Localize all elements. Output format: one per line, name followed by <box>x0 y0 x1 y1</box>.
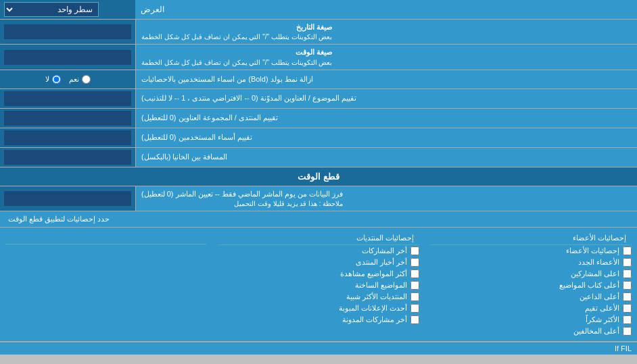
cb-members-stats[interactable] <box>623 246 632 255</box>
time-section-title: قطع الوقت <box>0 167 637 186</box>
topic-sort-label: تقييم الموضوع / العناوين المدوّنة (0 -- … <box>135 89 637 108</box>
topic-sort-row: تقييم الموضوع / العناوين المدوّنة (0 -- … <box>0 89 637 109</box>
forum-sort-label: تقييم المنتدى / المجموعة العناوين (0 للت… <box>135 109 637 128</box>
date-format-row: صيغة التاريخ بعض التكوينات يتطلب "/" الت… <box>0 20 637 45</box>
checkboxes-grid: إحصائيات الأعضاء إحصائيات الأعضاء الأعضا… <box>0 230 637 338</box>
cb-top-posters[interactable] <box>623 292 632 301</box>
bold-radio-yes[interactable] <box>82 75 91 84</box>
forum-sort-row: تقييم المنتدى / المجموعة العناوين (0 للت… <box>0 109 637 128</box>
bold-remove-row: ازالة نمط بولد (Bold) من اسماء المستخدمي… <box>0 70 637 89</box>
cb-recent-ads-item: أحدث الإعلانات المبوبة <box>218 303 419 314</box>
cb-recent-ads[interactable] <box>410 304 419 313</box>
cb-top-posters-item: أعلى الداعين <box>430 291 632 303</box>
cb-marked-posts[interactable] <box>410 315 419 324</box>
bold-remove-radio-cell: نعم لا <box>0 70 135 88</box>
cb-new-members-item: الأعضاء الجدد <box>430 257 632 268</box>
users-sort-row: تقييم أسماء المستخدمين (0 للتعطيل) 0 <box>0 128 637 148</box>
time-data-input[interactable]: 0 <box>4 191 131 206</box>
cb-most-thanks-item: الأكثر شكراً <box>430 314 632 326</box>
cb-top-writers[interactable] <box>623 281 632 290</box>
time-format-input-cell: H:i <box>0 45 135 69</box>
checkboxes-col-forums: إحصائيات المنتديات أخر المشاركات أخر أخب… <box>212 230 425 338</box>
date-format-label: صيغة التاريخ بعض التكوينات يتطلب "/" الت… <box>135 20 637 44</box>
forum-sort-input-cell: 33 <box>0 109 135 128</box>
cb-top-sharers-item: اعلى المشاركين <box>430 268 632 280</box>
if-fil-row: If FIL <box>0 342 637 355</box>
cb-top-writers-item: أعلى كتاب المواضيع <box>430 280 632 291</box>
if-fil-text: If FIL <box>615 344 632 353</box>
date-format-input[interactable]: d-m <box>4 24 131 39</box>
cb-posts[interactable] <box>410 246 419 255</box>
cb-posts-item: أخر المشاركات <box>218 245 419 257</box>
checkboxes-section: إحصائيات الأعضاء إحصائيات الأعضاء الأعضا… <box>0 228 637 342</box>
stats-limit-label: حدد إحصائيات لتطبيق قطع الوقت <box>8 215 110 224</box>
cb-similar-forums-item: المنتديات الأكثر شبية <box>218 291 419 303</box>
time-format-row: صيغة الوقت بعض التكوينات يتطلب "/" التي … <box>0 45 637 70</box>
cb-similar-forums[interactable] <box>410 292 419 301</box>
topic-sort-input-cell: 33 <box>0 89 135 108</box>
users-sort-label: تقييم أسماء المستخدمين (0 للتعطيل) <box>135 128 637 147</box>
time-data-label: فرز البيانات من يوم الماشر الماضي فقط --… <box>135 186 637 211</box>
topic-sort-input[interactable]: 33 <box>4 91 131 106</box>
users-sort-input[interactable]: 0 <box>4 130 131 145</box>
cb-top-sharers[interactable] <box>623 269 632 278</box>
cb-forum-news-item: أخر أخبار المنتدى <box>218 257 419 268</box>
cb-top-moderators[interactable] <box>623 327 632 336</box>
checkboxes-col-members: إحصائيات الأعضاء إحصائيات الأعضاء الأعضا… <box>425 230 637 338</box>
gap-label: المسافة بين الخانيا (بالبكسل) <box>135 148 637 167</box>
time-format-input[interactable]: H:i <box>4 50 131 65</box>
top-label: العرض <box>135 0 637 19</box>
time-data-row: فرز البيانات من يوم الماشر الماضي فقط --… <box>0 186 637 211</box>
forum-sort-input[interactable]: 33 <box>4 111 131 126</box>
bold-remove-label: ازالة نمط بولد (Bold) من اسماء المستخدمي… <box>135 70 637 88</box>
cb-hot-topics-item: المواضيع الساخنة <box>218 280 419 291</box>
display-select[interactable]: سطر واحد سطرين ثلاثة أسطر <box>4 2 99 17</box>
cb-most-viewed-item: أكثر المواضيع مشاهدة <box>218 268 419 280</box>
date-format-input-cell: d-m <box>0 20 135 44</box>
time-format-label: صيغة الوقت بعض التكوينات يتطلب "/" التي … <box>135 45 637 69</box>
top-row: العرض سطر واحد سطرين ثلاثة أسطر <box>0 0 637 20</box>
col1-header <box>5 232 207 244</box>
gap-input[interactable]: 2 <box>4 150 131 165</box>
cb-top-rated-item: الأعلى تقيم <box>430 303 632 314</box>
cb-top-rated[interactable] <box>623 304 632 313</box>
bold-radio-no-label[interactable]: لا <box>45 75 61 84</box>
cb-hot-topics[interactable] <box>410 281 419 290</box>
stats-limit-row: حدد إحصائيات لتطبيق قطع الوقت <box>0 211 637 228</box>
cb-new-members[interactable] <box>623 258 632 267</box>
cb-top-moderators-item: أعلى المخالفين <box>430 326 632 337</box>
gap-row: المسافة بين الخانيا (بالبكسل) 2 <box>0 148 637 167</box>
col3-header: إحصائيات الأعضاء <box>430 232 632 245</box>
cb-most-thanks[interactable] <box>623 315 632 324</box>
top-input-cell: سطر واحد سطرين ثلاثة أسطر <box>0 0 135 19</box>
gap-input-cell: 2 <box>0 148 135 167</box>
bold-radio-yes-label[interactable]: نعم <box>69 75 91 84</box>
time-section-header: قطع الوقت <box>0 167 637 186</box>
cb-most-viewed[interactable] <box>410 269 419 278</box>
users-sort-input-cell: 0 <box>0 128 135 147</box>
bold-radio-no[interactable] <box>52 75 61 84</box>
checkboxes-col-empty <box>0 230 212 338</box>
cb-members-stats-item: إحصائيات الأعضاء <box>430 245 632 257</box>
time-data-input-cell: 0 <box>0 186 135 211</box>
cb-forum-news[interactable] <box>410 258 419 267</box>
col2-header: إحصائيات المنتديات <box>218 232 419 245</box>
cb-marked-posts-item: أخر مشاركات المدونة <box>218 314 419 326</box>
main-container: العرض سطر واحد سطرين ثلاثة أسطر صيغة الت… <box>0 0 637 355</box>
